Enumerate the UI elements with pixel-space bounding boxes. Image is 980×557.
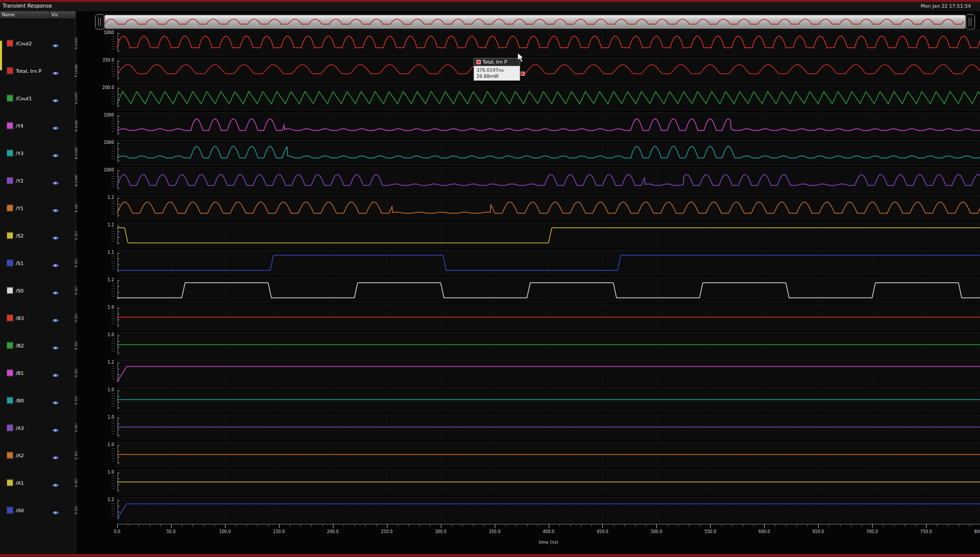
axis-minor-tick bbox=[268, 524, 269, 526]
tooltip-power-value: 26.88mW bbox=[477, 73, 517, 79]
axis-minor-tick bbox=[894, 524, 894, 526]
strip-y-tick-marks bbox=[111, 36, 115, 51]
axis-minor-tick bbox=[138, 524, 139, 526]
waveform-plot-area[interactable] bbox=[117, 30, 980, 524]
visibility-eye-icon[interactable] bbox=[52, 398, 59, 403]
axis-minor-tick bbox=[214, 524, 215, 526]
visibility-eye-icon[interactable] bbox=[52, 260, 59, 266]
signal-row[interactable]: Total, trn P bbox=[0, 57, 75, 84]
visibility-eye-icon[interactable] bbox=[52, 41, 59, 46]
strip-y-axis-label: 1.0 bbox=[85, 333, 114, 337]
visibility-eye-icon[interactable] bbox=[52, 370, 59, 375]
visibility-eye-icon[interactable] bbox=[52, 315, 59, 320]
signal-row[interactable]: /B0 bbox=[0, 387, 75, 414]
axis-tick-label: 400.0 bbox=[543, 530, 554, 534]
signal-name: /A2 bbox=[16, 453, 24, 458]
axis-minor-tick bbox=[419, 524, 419, 526]
axis-minor-tick bbox=[646, 524, 646, 526]
signal-row[interactable]: /B3 bbox=[0, 304, 75, 332]
overview-left-handle[interactable] bbox=[95, 14, 104, 30]
visibility-eye-icon[interactable] bbox=[52, 178, 59, 183]
axis-minor-tick bbox=[883, 524, 883, 526]
visibility-eye-icon[interactable] bbox=[52, 343, 59, 348]
visibility-eye-icon[interactable] bbox=[52, 123, 59, 128]
strip-unit-label: V (mV) bbox=[74, 37, 78, 49]
axis-tick-label: 150.0 bbox=[273, 530, 285, 534]
visibility-eye-icon[interactable] bbox=[52, 68, 59, 73]
time-axis-title: time (ns) bbox=[539, 540, 558, 545]
axis-major-tick bbox=[872, 524, 873, 528]
strip-unit-label: V (V) bbox=[74, 451, 78, 459]
axis-minor-tick bbox=[613, 524, 614, 526]
strip-unit-label: V (V) bbox=[74, 258, 78, 267]
axis-tick-label: 650.0 bbox=[813, 530, 824, 534]
visibility-eye-icon[interactable] bbox=[52, 233, 59, 238]
axis-tick-label: 250.0 bbox=[381, 530, 393, 534]
signal-row[interactable]: /A1 bbox=[0, 469, 75, 496]
axis-minor-tick bbox=[182, 524, 182, 526]
signal-color-swatch bbox=[7, 68, 13, 74]
signal-row[interactable]: /A2 bbox=[0, 442, 75, 469]
axis-major-tick bbox=[602, 524, 603, 528]
axis-minor-tick bbox=[473, 524, 473, 526]
strip-y-tick-marks bbox=[111, 448, 115, 463]
signal-name: /S0 bbox=[16, 288, 23, 294]
signal-row[interactable]: /Cout1 bbox=[0, 84, 75, 112]
strip-y-tick-marks bbox=[111, 64, 115, 79]
axis-minor-tick bbox=[506, 524, 506, 526]
axis-minor-tick bbox=[840, 524, 841, 526]
strip-y-tick-marks bbox=[111, 119, 115, 134]
visibility-eye-icon[interactable] bbox=[52, 508, 59, 513]
axis-minor-tick bbox=[311, 524, 312, 526]
visibility-eye-icon[interactable] bbox=[52, 480, 59, 485]
strip-y-tick-marks bbox=[111, 503, 115, 518]
signal-row[interactable]: /B1 bbox=[0, 359, 75, 387]
axis-minor-tick bbox=[160, 524, 161, 526]
axis-major-tick bbox=[333, 524, 333, 528]
signal-row[interactable]: /Y1 bbox=[0, 194, 75, 222]
axis-major-tick bbox=[764, 524, 765, 528]
overview-right-handle[interactable] bbox=[966, 14, 975, 30]
signal-name: /A3 bbox=[16, 425, 24, 431]
signal-row[interactable]: /S1 bbox=[0, 249, 75, 277]
signal-color-swatch bbox=[7, 205, 13, 212]
strip-y-tick-marks bbox=[111, 421, 115, 436]
visibility-eye-icon[interactable] bbox=[52, 288, 59, 293]
transient-response-window: Transient Response Mon Jan 22 17:51:54 N… bbox=[0, 0, 980, 557]
vis-column-header: Vis bbox=[51, 12, 58, 17]
name-column-header: Name bbox=[2, 12, 15, 17]
axis-minor-tick bbox=[344, 524, 344, 526]
visibility-eye-icon[interactable] bbox=[52, 453, 59, 458]
axis-minor-tick bbox=[365, 524, 366, 526]
signal-row[interactable]: /Cout2 bbox=[0, 30, 75, 57]
signal-row[interactable]: /Y3 bbox=[0, 139, 75, 167]
axis-tick-label: 100.0 bbox=[219, 530, 231, 534]
signal-color-swatch bbox=[7, 370, 13, 376]
axis-minor-tick bbox=[678, 524, 679, 526]
signal-name: /B0 bbox=[16, 398, 24, 403]
overview-scrollbar[interactable] bbox=[95, 14, 975, 30]
axis-minor-tick bbox=[689, 524, 689, 526]
signal-color-swatch bbox=[7, 95, 13, 102]
tooltip-values: 376.0197ns 26.88mW bbox=[473, 66, 520, 81]
signal-row[interactable]: /Y4 bbox=[0, 112, 75, 139]
axis-tick-label: 200.0 bbox=[327, 530, 339, 534]
strip-y-tick-marks bbox=[111, 311, 115, 326]
signal-row[interactable]: /B2 bbox=[0, 332, 75, 359]
axis-major-tick bbox=[225, 524, 226, 528]
visibility-eye-icon[interactable] bbox=[52, 96, 59, 101]
overview-track[interactable] bbox=[104, 15, 966, 29]
window-bottom-border bbox=[0, 554, 980, 557]
visibility-eye-icon[interactable] bbox=[52, 206, 59, 211]
axis-minor-tick bbox=[915, 524, 916, 526]
visibility-eye-icon[interactable] bbox=[52, 425, 59, 430]
signal-row[interactable]: /A0 bbox=[0, 496, 75, 524]
signal-row[interactable]: /S2 bbox=[0, 222, 75, 249]
signal-color-swatch bbox=[7, 232, 13, 239]
signal-row[interactable]: /Y2 bbox=[0, 167, 75, 194]
strip-y-axis-label: 1.0 bbox=[85, 415, 114, 420]
signal-row[interactable]: /A3 bbox=[0, 414, 75, 442]
visibility-eye-icon[interactable] bbox=[52, 151, 59, 156]
strip-unit-label: V (V) bbox=[74, 423, 78, 432]
signal-row[interactable]: /S0 bbox=[0, 277, 75, 304]
